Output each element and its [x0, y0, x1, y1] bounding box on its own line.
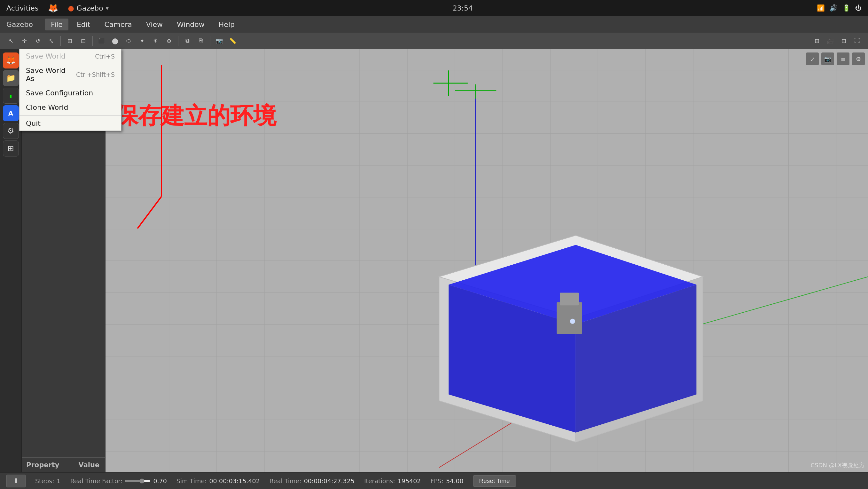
save-world-shortcut: Ctrl+S [95, 53, 115, 60]
rtf-slider[interactable] [125, 479, 151, 484]
viewport-camera-btn[interactable]: 📷 [821, 53, 834, 65]
toolbar-directional-btn[interactable]: ☀ [149, 35, 161, 47]
app-window: Gazebo File Edit Camera View Window Help… [0, 16, 868, 489]
battery-icon: 🔋 [842, 4, 850, 12]
iterations-item: Iterations: 195402 [364, 478, 421, 485]
steps-item: Steps: 1 [35, 478, 61, 485]
system-bar-right: 📶 🔊 🔋 ⏻ [817, 4, 862, 12]
real-time-item: Real Time: 00:00:04:27.325 [270, 478, 354, 485]
toolbar-sep-1 [60, 36, 61, 46]
pause-icon: ⏸ [12, 477, 20, 485]
real-time-value: 00:00:04:27.325 [304, 478, 354, 485]
toolbar-point-light-btn[interactable]: ✦ [136, 35, 148, 47]
real-time-label: Real Time: [270, 478, 302, 485]
menu-save-world[interactable]: Save World Ctrl+S [20, 49, 121, 63]
property-header: Property Value [25, 459, 102, 471]
status-bar: ⏸ Steps: 1 Real Time Factor: 0.70 Sim Ti… [0, 472, 868, 489]
system-bar-center: 23:54 [453, 4, 473, 12]
save-world-as-shortcut: Ctrl+Shift+S [76, 71, 115, 78]
steps-value: 1 [57, 478, 61, 485]
pause-button[interactable]: ⏸ [6, 474, 26, 487]
toolbar-translate-btn[interactable]: ✛ [18, 35, 30, 47]
docker-app-a-icon[interactable]: A [3, 105, 19, 121]
toolbar-screenshot-btn[interactable]: 📷 [213, 35, 225, 47]
toolbar-sep-4 [210, 36, 210, 46]
toolbar-sep-2 [92, 36, 93, 46]
toolbar-ortho-btn[interactable]: ⊡ [838, 35, 850, 47]
toolbar-paste-btn[interactable]: ⎘ [195, 35, 207, 47]
rtf-label: Real Time Factor: [70, 478, 123, 485]
value-col-label: Value [79, 461, 100, 469]
toolbar-snap-btn[interactable]: ⊞ [64, 35, 76, 47]
rtf-value: 0.70 [153, 478, 166, 485]
viewport-controls: ⤢ 📷 ≡ ⚙ [806, 53, 865, 65]
menu-bar: Gazebo File Edit Camera View Window Help [0, 16, 868, 33]
toolbar-fullscreen-btn[interactable]: ⛶ [851, 35, 863, 47]
file-menu-dropdown: Save World Ctrl+S Save World As Ctrl+Shi… [19, 49, 122, 131]
window-title: Gazebo [6, 21, 33, 28]
viewport-layers-btn[interactable]: ≡ [837, 53, 849, 65]
toolbar-box-btn[interactable]: ⬛ [96, 35, 108, 47]
sound-icon: 🔊 [830, 4, 838, 12]
menu-quit[interactable]: Quit [20, 116, 121, 131]
menu-item-view[interactable]: View [141, 19, 168, 30]
toolbar-measure-btn[interactable]: 📏 [227, 35, 239, 47]
toolbar: ↖ ✛ ↺ ⤡ ⊞ ⊟ ⬛ ⬤ ⬭ ✦ ☀ ⊕ ⧉ ⎘ 📷 📏 ⊞ 🎥 ⊡ ⛶ [0, 33, 868, 49]
sim-time-item: Sim Time: 00:00:03:15.402 [177, 478, 260, 485]
fps-label: FPS: [430, 478, 443, 485]
toolbar-cylinder-btn[interactable]: ⬭ [122, 35, 134, 47]
reset-time-button[interactable]: Reset Time [473, 475, 516, 487]
steps-label: Steps: [35, 478, 54, 485]
property-col-label: Property [26, 461, 59, 469]
fps-item: FPS: 54.00 [430, 478, 463, 485]
main-area: 🦊 📁 ▮ A ⚙ ⊞ ▶ World ▶ Models ▶ [0, 49, 868, 472]
toolbar-sep-3 [178, 36, 178, 46]
toolbar-scale-btn[interactable]: ⤡ [45, 35, 57, 47]
docker-layers-icon[interactable]: ⚙ [3, 123, 19, 139]
toolbar-rotate-btn[interactable]: ↺ [32, 35, 44, 47]
iterations-label: Iterations: [364, 478, 395, 485]
docker-terminal-icon[interactable]: ▮ [3, 88, 19, 104]
sim-time-value: 00:00:03:15.402 [209, 478, 260, 485]
svg-rect-41 [557, 302, 582, 334]
menu-item-edit[interactable]: Edit [71, 19, 96, 30]
sim-time-label: Sim Time: [177, 478, 207, 485]
property-area: Property Value [22, 457, 105, 472]
viewport-settings-btn[interactable]: ⚙ [852, 53, 865, 65]
svg-rect-42 [560, 292, 579, 305]
fps-value: 54.00 [446, 478, 463, 485]
toolbar-camera-orbit-btn[interactable]: 🎥 [824, 35, 836, 47]
activities-label[interactable]: Activities [6, 4, 38, 12]
menu-separator [20, 115, 121, 116]
app-title: ● Gazebo ▾ [68, 4, 108, 12]
rtf-item: Real Time Factor: 0.70 [70, 478, 167, 485]
menu-item-file[interactable]: File [45, 19, 68, 30]
toolbar-select-btn[interactable]: ↖ [5, 35, 17, 47]
svg-point-43 [570, 319, 575, 324]
system-bar-left: Activities 🦊 ● Gazebo ▾ [6, 3, 109, 13]
docker-bar: 🦊 📁 ▮ A ⚙ ⊞ [0, 49, 22, 472]
power-icon: ⏻ [855, 4, 862, 12]
toolbar-view-mode-btn[interactable]: ⊞ [811, 35, 823, 47]
docker-grid-icon[interactable]: ⊞ [3, 141, 19, 156]
system-bar: Activities 🦊 ● Gazebo ▾ 23:54 📶 🔊 🔋 ⏻ [0, 0, 868, 16]
docker-ubuntu-icon[interactable]: 🦊 [3, 53, 19, 68]
firefox-logo: 🦊 [48, 3, 58, 13]
viewport-grid-svg [105, 49, 868, 472]
toolbar-copy-btn[interactable]: ⧉ [181, 35, 193, 47]
menu-save-config[interactable]: Save Configuration [20, 86, 121, 100]
menu-item-window[interactable]: Window [171, 19, 210, 30]
menu-item-help[interactable]: Help [213, 19, 240, 30]
toolbar-align-btn[interactable]: ⊟ [77, 35, 89, 47]
menu-item-camera[interactable]: Camera [98, 19, 137, 30]
menu-clone-world[interactable]: Clone World [20, 100, 121, 115]
network-icon: 📶 [817, 4, 825, 12]
menu-save-world-as[interactable]: Save World As Ctrl+Shift+S [20, 63, 121, 86]
toolbar-sphere-btn[interactable]: ⬤ [109, 35, 121, 47]
time-display: 23:54 [453, 4, 473, 12]
toolbar-spot-light-btn[interactable]: ⊕ [163, 35, 175, 47]
viewport-expand-btn[interactable]: ⤢ [806, 53, 819, 65]
iterations-value: 195402 [398, 478, 421, 485]
docker-files-icon[interactable]: 📁 [3, 70, 19, 86]
viewport[interactable]: 保存建立的环境 ⤢ 📷 ≡ ⚙ CSDN @LX视觉处方 [105, 49, 868, 472]
